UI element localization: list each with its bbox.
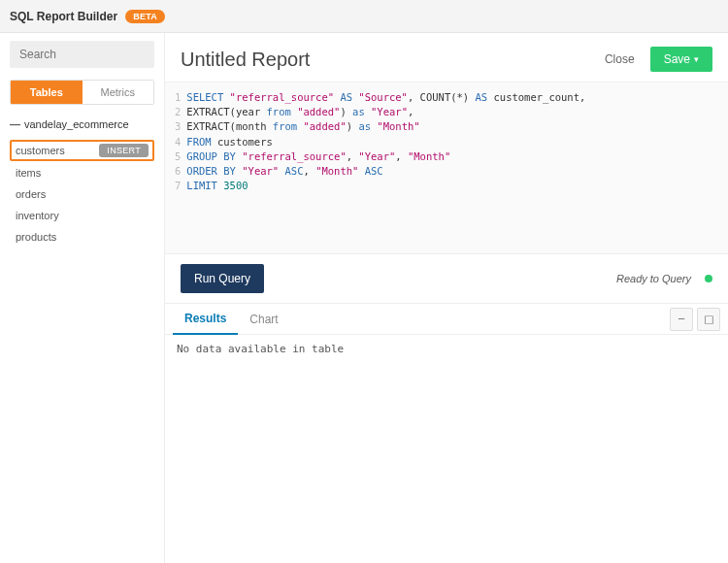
chevron-down-icon: ▾ xyxy=(694,54,699,64)
table-name: customers xyxy=(16,145,65,156)
code-line: 5GROUP BY "referral_source", "Year", "Mo… xyxy=(175,149,718,164)
beta-badge: BETA xyxy=(125,10,165,23)
tab-metrics[interactable]: Metrics xyxy=(83,81,154,104)
insert-button[interactable]: INSERT xyxy=(99,144,149,157)
runbar: Run Query Ready to Query xyxy=(165,254,728,303)
result-tabs: Results Chart − ◻ xyxy=(165,304,728,335)
line-number: 4 xyxy=(175,136,181,148)
line-number: 7 xyxy=(175,180,181,191)
save-button[interactable]: Save ▾ xyxy=(650,47,712,72)
table-list: customersINSERTitemsordersinventoryprodu… xyxy=(10,140,154,247)
tab-chart[interactable]: Chart xyxy=(238,305,289,334)
sidebar: Tables Metrics — vandelay_ecommerce cust… xyxy=(0,33,165,563)
minus-icon: − xyxy=(678,312,685,326)
table-item-inventory[interactable]: inventory xyxy=(10,206,154,225)
db-name: vandelay_ecommerce xyxy=(24,118,129,130)
topbar: SQL Report Builder BETA xyxy=(0,0,728,33)
maximize-button[interactable]: ◻ xyxy=(697,308,720,331)
status-dot-icon xyxy=(705,275,712,282)
tab-results[interactable]: Results xyxy=(173,304,238,335)
main: Tables Metrics — vandelay_ecommerce cust… xyxy=(0,33,728,563)
tab-tables[interactable]: Tables xyxy=(11,81,83,104)
code-line: 2EXTRACT(year from "added") as "Year", xyxy=(175,105,718,119)
table-name: orders xyxy=(16,188,46,200)
table-item-customers[interactable]: customersINSERT xyxy=(10,140,154,161)
table-name: products xyxy=(16,231,56,243)
line-number: 3 xyxy=(175,120,181,132)
code-line: 4FROM customers xyxy=(175,135,718,149)
db-toggle[interactable]: — vandelay_ecommerce xyxy=(10,115,154,134)
db-group: — vandelay_ecommerce customersINSERTitem… xyxy=(10,115,154,247)
table-item-orders[interactable]: orders xyxy=(10,184,154,204)
collapse-icon: — xyxy=(10,118,20,130)
content: Untitled Report Close Save ▾ 1SELECT "re… xyxy=(165,33,728,563)
line-number: 1 xyxy=(175,91,181,103)
header-row: Untitled Report Close Save ▾ xyxy=(165,33,728,82)
table-item-products[interactable]: products xyxy=(10,227,154,247)
minimize-button[interactable]: − xyxy=(670,308,693,331)
table-name: inventory xyxy=(16,210,59,221)
line-number: 2 xyxy=(175,106,181,117)
table-item-items[interactable]: items xyxy=(10,163,154,182)
save-label: Save xyxy=(664,52,690,66)
sql-editor[interactable]: 1SELECT "referral_source" AS "Source", C… xyxy=(165,82,728,254)
search-input[interactable] xyxy=(10,41,154,68)
result-tools: − ◻ xyxy=(670,308,720,331)
window-icon: ◻ xyxy=(704,312,714,326)
sidebar-tabs: Tables Metrics xyxy=(10,80,154,105)
results-area: Results Chart − ◻ No data available in t… xyxy=(165,303,728,363)
code-line: 7LIMIT 3500 xyxy=(175,179,718,193)
run-query-button[interactable]: Run Query xyxy=(181,264,264,293)
app-title: SQL Report Builder xyxy=(10,10,117,23)
code-line: 6ORDER BY "Year" ASC, "Month" ASC xyxy=(175,164,718,179)
table-name: items xyxy=(16,167,41,179)
report-title[interactable]: Untitled Report xyxy=(181,49,595,71)
close-link[interactable]: Close xyxy=(605,52,635,66)
code-line: 3EXTRACT(month from "added") as "Month" xyxy=(175,119,718,134)
code-line: 1SELECT "referral_source" AS "Source", C… xyxy=(175,90,718,105)
no-data-message: No data available in table xyxy=(165,335,728,363)
status-label: Ready to Query xyxy=(616,273,691,284)
line-number: 5 xyxy=(175,150,181,162)
line-number: 6 xyxy=(175,165,181,177)
